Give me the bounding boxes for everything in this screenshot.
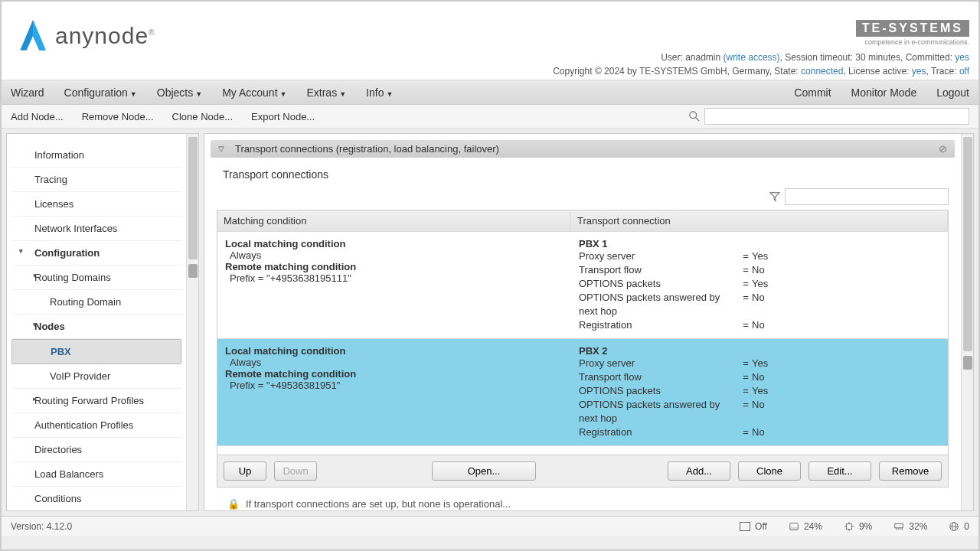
header: anynode® TE-SYSTEMS competence in e-comm… [2, 2, 978, 80]
brand-tagline: competence in e-communications. [856, 38, 969, 46]
scroll-thumb[interactable] [188, 137, 198, 259]
sidebar-item-load-balancers[interactable]: Load Balancers [11, 462, 181, 487]
up-button[interactable]: Up [224, 461, 266, 481]
close-icon[interactable]: ⊘ [939, 143, 947, 155]
footer: Version: 4.12.0 Off 24% 9% 32% 0 [2, 516, 978, 536]
svg-rect-9 [895, 523, 903, 527]
stat-power: Off [740, 521, 767, 532]
tool-clone-node[interactable]: Clone Node... [172, 111, 234, 122]
content-scrollbar[interactable] [961, 134, 973, 510]
sidebar: InformationTracingLicensesNetwork Interf… [6, 133, 199, 511]
menu-monitor-mode[interactable]: Monitor Mode [851, 86, 917, 99]
sidebar-item-pbx[interactable]: PBX [11, 339, 181, 364]
transport-table: Matching condition Transport connection … [217, 210, 949, 455]
menu-objects[interactable]: Objects▼ [157, 86, 202, 99]
scroll-thumb-content[interactable] [963, 137, 972, 351]
sidebar-item-tracing[interactable]: Tracing [11, 168, 181, 192]
sidebar-item-nodes[interactable]: ▾Nodes [11, 315, 181, 339]
menu-wizard[interactable]: Wizard [11, 86, 44, 99]
content: ▽ Transport connections (registration, l… [204, 133, 974, 511]
sidebar-item-information[interactable]: Information [11, 143, 181, 168]
search-icon [689, 111, 700, 122]
search-input[interactable] [704, 108, 969, 125]
remove-button[interactable]: Remove [879, 461, 942, 481]
memory-icon [893, 521, 904, 532]
tool-remove-node[interactable]: Remove Node... [82, 111, 154, 122]
sidebar-item-routing-domains[interactable]: ▾Routing Domains [11, 266, 181, 290]
copyright-line: Copyright © 2024 by TE-SYSTEMS GmbH, Ger… [553, 66, 969, 77]
menubar: Wizard Configuration▼ Objects▼ My Accoun… [2, 80, 978, 105]
filter-input[interactable] [785, 188, 949, 205]
sidebar-item-voip-provider[interactable]: VoIP Provider [11, 364, 181, 389]
logo-icon [17, 18, 49, 54]
note-line: 🔒 If transport connections are set up, b… [211, 487, 955, 510]
sidebar-item-configuration[interactable]: ▾Configuration [11, 241, 181, 266]
toolbar: Add Node... Remove Node... Clone Node...… [2, 105, 978, 129]
menu-my-account[interactable]: My Account▼ [222, 86, 286, 99]
open-button[interactable]: Open... [432, 461, 536, 481]
filter-icon[interactable] [769, 191, 780, 202]
collapse-icon[interactable]: ▽ [218, 145, 224, 153]
svg-rect-4 [846, 523, 851, 529]
main: InformationTracingLicensesNetwork Interf… [2, 129, 978, 516]
button-row: Up Down Open... Add... Clone Edit... Rem… [217, 455, 949, 487]
stat-mem: 32% [893, 521, 927, 532]
sidebar-item-routing-domain[interactable]: Routing Domain [11, 290, 181, 315]
logo: anynode® [17, 18, 155, 54]
clone-button[interactable]: Clone [738, 461, 801, 481]
brand-logo: TE-SYSTEMS [856, 20, 969, 37]
trace-link[interactable]: off [959, 66, 969, 77]
lock-icon: 🔒 [227, 498, 240, 510]
svg-line-1 [696, 118, 699, 121]
table-empty-row [217, 445, 948, 455]
col-transport[interactable]: Transport connection [571, 210, 948, 231]
table-row[interactable]: Local matching conditionAlwaysRemote mat… [217, 231, 948, 338]
menu-logout[interactable]: Logout [936, 86, 969, 99]
tool-export-node[interactable]: Export Node... [251, 111, 315, 122]
committed-link[interactable]: yes [955, 52, 969, 63]
panel-header[interactable]: ▽ Transport connections (registration, l… [211, 140, 955, 158]
section-title: Transport connections [211, 158, 955, 188]
state-link[interactable]: connected [801, 66, 843, 77]
menu-info[interactable]: Info▼ [366, 86, 393, 99]
sidebar-item-licenses[interactable]: Licenses [11, 192, 181, 217]
sidebar-item-conditions[interactable]: Conditions [11, 487, 181, 510]
sidebar-item-directories[interactable]: Directories [11, 438, 181, 462]
table-head: Matching condition Transport connection [217, 210, 948, 231]
globe-icon [949, 521, 959, 532]
logo-text: anynode® [55, 23, 155, 49]
write-access-link[interactable]: (write access) [720, 52, 779, 63]
sidebar-item-authentication-profiles[interactable]: Authentication Profiles [11, 413, 181, 438]
down-button[interactable]: Down [274, 461, 317, 481]
license-link[interactable]: yes [912, 66, 926, 77]
battery-icon [740, 522, 750, 531]
stat-cpu: 9% [844, 521, 872, 532]
menu-commit[interactable]: Commit [794, 86, 831, 99]
sidebar-scrollbar[interactable] [186, 134, 198, 510]
svg-rect-3 [790, 527, 799, 530]
sidebar-item-routing-forward-profiles[interactable]: ▸Routing Forward Profiles [11, 389, 181, 413]
svg-point-0 [690, 112, 697, 119]
tool-add-node[interactable]: Add Node... [11, 111, 64, 122]
menu-configuration[interactable]: Configuration▼ [64, 86, 137, 99]
cpu-icon [844, 521, 854, 532]
version-label: Version: 4.12.0 [11, 521, 72, 532]
scroll-grip-content[interactable] [963, 356, 972, 370]
brand-block: TE-SYSTEMS competence in e-communication… [856, 20, 969, 46]
menu-extras[interactable]: Extras▼ [306, 86, 346, 99]
add-button[interactable]: Add... [668, 461, 730, 481]
edit-button[interactable]: Edit... [808, 461, 871, 481]
col-matching[interactable]: Matching condition [217, 210, 571, 231]
table-row[interactable]: Local matching conditionAlwaysRemote mat… [217, 338, 948, 445]
scroll-grip[interactable] [188, 264, 198, 278]
stat-disk: 24% [789, 521, 822, 532]
panel-title: Transport connections (registration, loa… [235, 143, 499, 155]
stat-alerts: 0 [949, 521, 969, 532]
disk-icon [789, 521, 799, 532]
status-line: User: anadmin (write access), Session ti… [661, 52, 969, 63]
sidebar-item-network-interfaces[interactable]: Network Interfaces [11, 217, 181, 241]
